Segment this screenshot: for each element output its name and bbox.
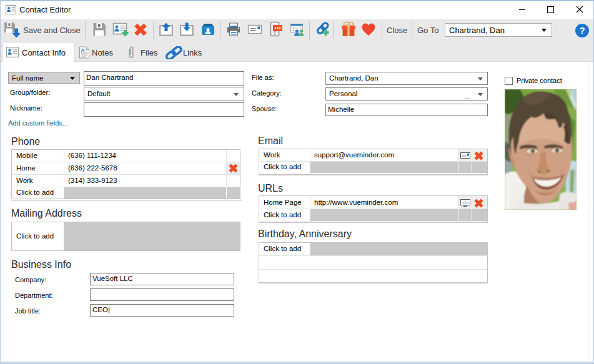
svg-text:?: ?	[579, 25, 585, 36]
svg-text:A: A	[81, 47, 85, 54]
svg-text:</>: </>	[462, 200, 468, 205]
